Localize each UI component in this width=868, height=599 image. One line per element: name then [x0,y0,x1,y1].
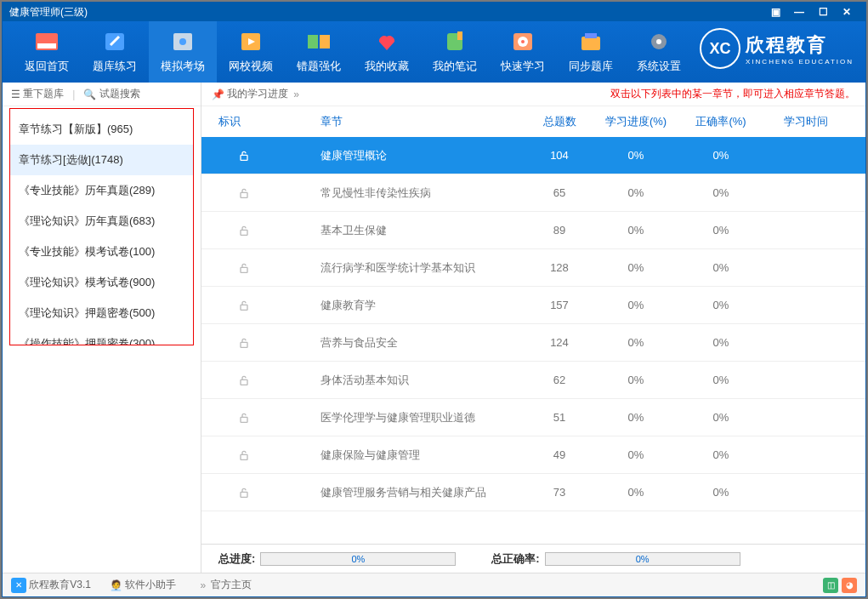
window-close-button[interactable]: ✕ [835,4,859,20]
refresh-bank-button[interactable]: ☰ 重下题库 [11,87,64,101]
svg-rect-9 [457,31,462,40]
app-version[interactable]: ✕ 欣程教育V3.1 [11,578,91,593]
fav-icon [372,30,401,54]
set-icon [644,30,673,54]
my-progress-button[interactable]: 📌 我的学习进度 » [212,87,304,101]
helper-icon: 🧑‍💼 [110,579,125,591]
window-minimize-button[interactable]: — [787,4,811,20]
table-row[interactable]: 基本卫生保健890%0% [201,212,865,249]
progress-pct: 0% [593,224,678,237]
sidebar-item[interactable]: 章节练习【新版】(965) [10,114,193,145]
toolbar-fav-button[interactable]: 我的收藏 [353,21,421,83]
toolbar-sync-button[interactable]: 同步题库 [557,21,625,83]
chapter-name: 营养与食品安全 [269,335,525,351]
lock-icon [237,261,251,275]
lock-icon [237,224,251,237]
chapter-name: 健康保险与健康管理 [269,448,525,463]
toolbar-wrong-button[interactable]: 错题强化 [285,21,353,83]
svg-rect-7 [320,35,330,48]
sidebar-item[interactable]: 《理论知识》模考试卷(900) [10,267,193,298]
toolbar-label: 网校视频 [229,59,273,74]
lock-icon [237,299,251,312]
table-row[interactable]: 健康管理概论1040%0% [201,137,865,174]
sidebar-item[interactable]: 《专业技能》模考试卷(100) [10,237,193,267]
toolbar-note-button[interactable]: 我的笔记 [421,21,489,83]
accuracy-pct: 0% [678,448,763,461]
table-row[interactable]: 营养与食品安全1240%0% [201,324,865,362]
lock-icon [237,336,251,350]
video-icon [236,30,265,54]
progress-pct: 0% [593,374,678,386]
sync-icon [576,30,605,54]
helper-button[interactable]: 🧑‍💼 软件小助手 [110,578,176,592]
accuracy-pct: 0% [678,486,763,499]
progress-pct: 0% [593,336,678,349]
toolbar-bank-button[interactable]: 题库练习 [81,21,149,83]
svg-rect-18 [241,192,247,197]
chapter-name: 基本卫生保健 [269,223,525,238]
table-row[interactable]: 身体活动基本知识620%0% [201,362,865,399]
svg-rect-25 [241,454,247,459]
total-count: 124 [525,336,593,349]
accuracy-pct: 0% [678,261,763,274]
toolbar-exam-button[interactable]: 模拟考场 [149,21,217,83]
lock-icon [237,486,251,499]
quick-icon [508,30,537,54]
window-seal-button[interactable]: ▣ [763,4,787,20]
accuracy-pct: 0% [678,299,763,311]
chapter-name: 医学伦理学与健康管理职业道德 [269,410,525,425]
chapter-name: 健康管理概论 [269,148,525,163]
search-questions-button[interactable]: 🔍 试题搜索 [83,87,139,101]
th-total: 总题数 [525,114,593,129]
sidebar-item[interactable]: 《理论知识》押题密卷(500) [10,298,193,328]
accuracy-pct: 0% [678,224,763,237]
official-site-button[interactable]: » 官方主页 [195,578,252,592]
table-row[interactable]: 流行病学和医学统计学基本知识1280%0% [201,249,865,287]
sidebar-item[interactable]: 《操作技能》押题密卷(300) [10,328,193,345]
total-count: 65 [525,186,593,199]
total-count: 104 [525,149,593,162]
th-mark: 标识 [218,114,269,129]
sidebar-item[interactable]: 章节练习[选做](1748) [10,145,193,175]
hint-text: 双击以下列表中的某一章节，即可进入相应章节答题。 [610,87,855,101]
book-icon: ☰ [11,88,23,100]
toolbar-label: 我的收藏 [365,59,409,74]
table-row[interactable]: 医学伦理学与健康管理职业道德510%0% [201,399,865,436]
accuracy-pct: 0% [678,374,763,386]
table-row[interactable]: 常见慢性非传染性疾病650%0% [201,174,865,212]
toolbar-home-button[interactable]: 返回首页 [13,21,81,83]
sidebar-item[interactable]: 《理论知识》历年真题(683) [10,206,193,237]
chart-icon[interactable]: ◕ [842,578,857,593]
lock-icon [237,374,251,387]
progress-footer: 总进度: 0% 总正确率: 0% [201,544,865,573]
wrong-icon [304,30,333,54]
toolbar-quick-button[interactable]: 快速学习 [489,21,557,83]
chevron-right-icon: » [200,579,206,591]
toolbar-label: 返回首页 [25,59,69,74]
toolbar-set-button[interactable]: 系统设置 [625,21,693,83]
toolbar-label: 错题强化 [297,59,341,74]
total-accuracy-label: 总正确率: [491,551,539,567]
sidebar-item[interactable]: 《专业技能》历年真题(289) [10,175,193,206]
chapter-name: 常见慢性非传染性疾病 [269,185,525,201]
toolbar-video-button[interactable]: 网校视频 [217,21,285,83]
svg-rect-1 [37,43,56,48]
window-title: 健康管理师(三级) [9,5,763,20]
brand-sub: XINCHENG EDUCATION [746,58,854,66]
sidebar: ☰ 重下题库 | 🔍 试题搜索 章节练习【新版】(965)章节练习[选做](17… [3,83,201,573]
table-row[interactable]: 健康保险与健康管理490%0% [201,436,865,474]
th-accuracy: 正确率(%) [678,114,763,129]
sidebar-list: 章节练习【新版】(965)章节练习[选做](1748)《专业技能》历年真题(28… [9,108,194,345]
window-maximize-button[interactable]: ☐ [811,4,835,20]
chevron-right-icon: » [293,88,299,100]
total-progress-bar: 0% [260,552,456,566]
accuracy-pct: 0% [678,186,763,199]
total-count: 51 [525,411,593,424]
accuracy-pct: 0% [678,149,763,162]
table-row[interactable]: 健康管理服务营销与相关健康产品730%0% [201,474,865,511]
logo-badge-icon: XC [700,28,740,69]
svg-point-16 [656,39,661,44]
table-row[interactable]: 健康教育学1570%0% [201,287,865,324]
toolbar-label: 我的笔记 [433,59,477,74]
stats-icon[interactable]: ◫ [823,578,838,593]
